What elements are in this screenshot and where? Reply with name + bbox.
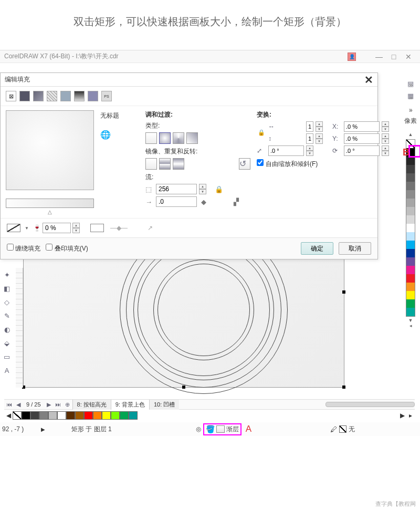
color-target-icon[interactable]: ◎ <box>196 425 201 433</box>
spinner-up[interactable]: ▲ <box>72 223 80 228</box>
color-swatch[interactable] <box>406 199 415 207</box>
world-edit-icon[interactable]: 🌐 <box>100 130 139 140</box>
first-page-button[interactable]: ⏮ <box>4 401 14 408</box>
conical-fill-icon[interactable] <box>173 132 184 144</box>
center-icon[interactable]: ▞ <box>234 198 242 206</box>
outline-pen-icon[interactable]: 🖊 <box>330 425 337 433</box>
color-swatch[interactable] <box>406 224 415 232</box>
spinner-down[interactable]: ▼ <box>316 127 323 132</box>
color-swatch[interactable] <box>93 411 102 420</box>
radial-fill-icon[interactable] <box>159 132 171 144</box>
play-icon[interactable]: ▶ <box>41 426 45 432</box>
no-fill-swatch[interactable] <box>13 411 22 420</box>
linear-fill-icon[interactable] <box>145 132 157 144</box>
tool-icon[interactable]: ✦ <box>1 269 13 280</box>
width-input[interactable] <box>306 121 313 132</box>
spinner-down[interactable]: ▼ <box>382 127 389 132</box>
resize-handle[interactable] <box>342 386 345 389</box>
spinner-up[interactable]: ▲ <box>382 121 389 127</box>
skew-input[interactable] <box>268 145 304 156</box>
tool-icon[interactable]: ⬙ <box>1 337 13 349</box>
palette-right-arrow-icon[interactable]: ▶ <box>398 412 406 419</box>
dropdown-arrow-icon[interactable]: ▼ <box>25 226 29 231</box>
color-swatch[interactable] <box>406 257 415 266</box>
pattern-fill-icon[interactable] <box>47 91 57 101</box>
spinner-down[interactable]: ▼ <box>316 139 323 144</box>
color-swatch[interactable] <box>406 207 415 215</box>
lock-wh-icon[interactable]: 🔒 <box>257 129 266 136</box>
lock-icon[interactable]: 🔒 <box>215 185 223 193</box>
fill-swatch[interactable] <box>216 425 225 433</box>
color-swatch[interactable] <box>120 411 129 420</box>
fountain-fill-icon[interactable] <box>33 91 44 101</box>
color-swatch[interactable] <box>406 232 415 241</box>
overflow-chevron-icon[interactable]: » <box>409 81 413 89</box>
spinner-up[interactable]: ▲ <box>306 145 313 151</box>
color-swatch[interactable] <box>406 308 415 316</box>
overflow-chevron-icon[interactable]: » <box>409 107 413 114</box>
spinner-up[interactable]: ▲ <box>199 184 206 189</box>
spinner-down[interactable]: ▼ <box>306 151 313 156</box>
slider-handle-icon[interactable]: ◆ <box>201 198 209 206</box>
flow-steps-input[interactable] <box>156 184 197 194</box>
close-window-button[interactable]: ✕ <box>401 53 416 61</box>
merge-swatch[interactable] <box>90 224 104 232</box>
color-swatch[interactable] <box>406 215 415 224</box>
tool-icon[interactable]: ▭ <box>1 351 13 362</box>
tool-icon[interactable]: ◇ <box>1 296 13 308</box>
resize-handle[interactable] <box>342 290 345 294</box>
page-tab[interactable]: 9: 背景上色 <box>111 400 149 410</box>
uniform-fill-icon[interactable] <box>19 91 30 101</box>
rotate-input[interactable] <box>344 145 380 156</box>
color-swatch[interactable] <box>48 411 57 420</box>
color-swatch[interactable] <box>39 411 48 420</box>
dialog-close-button[interactable]: ✕ <box>364 74 373 86</box>
bitmap-pattern-icon[interactable] <box>88 91 98 101</box>
palette-up-arrow-icon[interactable]: ▲ <box>408 132 413 137</box>
spinner-down[interactable]: ▼ <box>72 228 80 233</box>
color-swatch[interactable] <box>129 411 138 420</box>
color-swatch[interactable] <box>406 182 415 190</box>
color-swatch[interactable] <box>406 165 415 173</box>
color-swatch[interactable] <box>406 173 415 182</box>
next-page-button[interactable]: ▶ <box>44 401 54 408</box>
fill-bucket-icon[interactable]: 🪣 <box>206 425 215 433</box>
prev-page-button[interactable]: ◀ <box>14 401 23 408</box>
spinner-up[interactable]: ▲ <box>316 133 323 139</box>
eyedropper-icon[interactable]: ↗ <box>148 224 153 232</box>
spinner-up[interactable]: ▲ <box>382 133 389 139</box>
tool-icon[interactable]: A <box>1 365 13 376</box>
tool-icon[interactable]: ◧ <box>1 283 13 294</box>
ok-button[interactable]: 确定 <box>301 242 333 255</box>
tool-icon[interactable]: ◐ <box>1 324 13 335</box>
color-swatch[interactable] <box>30 411 39 420</box>
page-tab[interactable]: 10: 凹槽 <box>149 400 179 410</box>
palette-flyout-icon[interactable]: ▸ <box>406 412 415 419</box>
gradient-slider[interactable] <box>6 199 94 208</box>
no-fill-icon[interactable]: ⊠ <box>6 91 16 101</box>
user-badge-icon[interactable]: 👤 <box>348 53 356 61</box>
h-scrollbar[interactable] <box>326 402 415 407</box>
overflow-chevron-icon[interactable]: » <box>409 94 413 101</box>
color-swatch[interactable] <box>406 266 415 274</box>
texture-fill-icon[interactable] <box>60 91 71 101</box>
color-swatch[interactable] <box>406 274 415 283</box>
add-page-button[interactable]: ⊕ <box>63 401 72 408</box>
wrap-fill-checkbox[interactable]: 缠绕填充 <box>7 244 40 253</box>
outline-swatch[interactable] <box>339 425 346 433</box>
palette-left-arrow-icon[interactable]: ◀ <box>4 412 13 419</box>
spinner-up[interactable]: ▲ <box>382 145 389 151</box>
color-swatch[interactable] <box>102 411 111 420</box>
minimize-button[interactable]: — <box>372 53 386 61</box>
mirror-reverse-icon[interactable] <box>173 158 184 170</box>
slider-icon[interactable]: —◆— <box>110 224 128 232</box>
color-swatch[interactable] <box>84 411 93 420</box>
color-swatch[interactable] <box>66 411 75 420</box>
cancel-button[interactable]: 取消 <box>339 242 371 255</box>
color-swatch[interactable] <box>406 249 415 257</box>
palette-flyout-icon[interactable]: ◂ <box>410 323 412 328</box>
flow-accel-input[interactable] <box>156 196 197 207</box>
color-swatch[interactable] <box>111 411 120 420</box>
spinner-down[interactable]: ▼ <box>382 151 389 156</box>
color-swatch[interactable] <box>57 411 66 420</box>
